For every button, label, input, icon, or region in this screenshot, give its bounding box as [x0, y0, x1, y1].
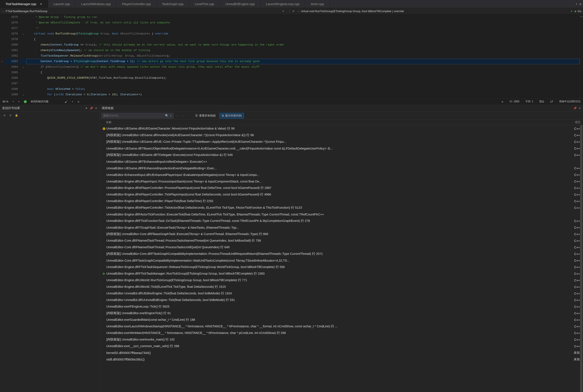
code-line[interactable]	[26, 81, 580, 86]
col-lang[interactable]: 语言	[566, 120, 580, 124]
panel-pin-icon[interactable]: 📌	[574, 107, 576, 110]
stack-frame[interactable]: [内联框架] UnrealEditor.exe!invoke_main() 行 …	[100, 336, 583, 343]
stack-frame[interactable]: [内联框架] UnrealEditor-UEGame.dll!Invoke(vo…	[100, 132, 583, 138]
code-line[interactable]: {	[26, 70, 580, 75]
fold-toggle[interactable]: ⌄	[20, 31, 26, 36]
stack-frame[interactable]: [内联框架] UnrealEditor-Core.dll!FTaskGraphC…	[100, 250, 583, 257]
status-mode[interactable]: 混合	[539, 100, 544, 103]
hscroll-left-icon[interactable]: ◀	[77, 100, 79, 103]
stack-frame[interactable]: UnrealEditor-Engine.dll!APlayerControlle…	[100, 204, 583, 211]
nav-scope[interactable]: FTickTaskManager.RunTickGroup	[6, 10, 48, 13]
stack-frame[interactable]: UnrealEditor-Engine.dll!TGraphTask::Exec…	[100, 224, 583, 231]
stack-frame[interactable]: UnrealEditor-Engine.dll!UWorld::RunTickG…	[100, 277, 583, 284]
callstack-search[interactable]: 🔍 ▼	[101, 113, 174, 118]
collapse-icon[interactable]: ⊟	[8, 113, 13, 118]
tab-launch-cpp[interactable]: Launch.cpp	[48, 0, 76, 8]
stack-frame[interactable]: ntdll.dll!00007ff9b05e26b1()未知	[100, 356, 583, 363]
stack-frame[interactable]: UnrealEditor-Engine.dll!UWorld::Tick(ELe…	[100, 284, 583, 290]
status-refactor-icon[interactable]: ✦	[18, 100, 20, 103]
hscroll-right-icon[interactable]: ▶	[502, 100, 504, 103]
zoom-dd-icon[interactable]: ▼	[12, 100, 14, 103]
status-eol[interactable]: LF	[550, 100, 553, 103]
stack-frame[interactable]: UnrealEditor-UnrealEd.dll!UEditorEngine:…	[100, 290, 583, 297]
status-line[interactable]: 行: 1583	[510, 100, 519, 103]
tab-unrealedengine-cpp[interactable]: UnrealEdEngine.cpp	[220, 0, 260, 8]
search-prev-icon[interactable]: ←	[175, 114, 180, 118]
stack-frame[interactable]: UnrealEditor-Engine.dll!FTickFunctionTas…	[100, 218, 583, 224]
code-line[interactable]: * @param bBlockTillComplete - if true, d…	[26, 20, 580, 26]
stack-frame[interactable]: UnrealEditor-Engine.dll!FTickTaskSequenc…	[100, 264, 583, 270]
status-char[interactable]: 字符: 1	[525, 100, 533, 103]
code-line[interactable]: virtual void RunTickGroup(ETickingGroup …	[26, 31, 580, 36]
lock-icon[interactable]: 🔒	[14, 113, 19, 118]
search-icon[interactable]: 🔍	[165, 114, 168, 117]
stack-frame[interactable]: UnrealEditor-UEGame.dll!TEnhancedInputUn…	[100, 158, 583, 165]
breakpoint-gutter[interactable]: ⇨	[0, 14, 6, 98]
stack-frame[interactable]: kernel32.dll!00007ff9aeaa7344()未知	[100, 350, 583, 356]
panel-close-icon[interactable]: ✕	[95, 107, 97, 110]
nav-scope-dd-icon[interactable]: ▼	[282, 10, 284, 12]
code-line[interactable]: Context.TickGroup = ETickingGroup(Contex…	[26, 59, 580, 64]
stack-frame[interactable]: UnrealEditor-Engine.dll!APlayerControlle…	[100, 198, 583, 204]
stack-frame[interactable]: UnrealEditor.exe!__scrt_common_main_seh(…	[100, 343, 583, 350]
fold-toggle[interactable]: ⌄	[20, 64, 26, 70]
code-editor[interactable]: ⇨ 15751576157715781579158015811582158315…	[0, 14, 583, 98]
status-brush-icon[interactable]: 🖌	[65, 100, 68, 103]
code-line[interactable]: check(bTickNewlySpawned); // we should b…	[26, 48, 580, 53]
close-icon[interactable]: ✕	[40, 2, 42, 6]
code-line[interactable]: QUICK_SCOPE_CYCLE_COUNTER(STAT_TickTask_…	[26, 75, 580, 81]
code-content[interactable]: * @param Group - Ticking group to run * …	[26, 14, 580, 98]
nav-switch-icon[interactable]: ⇄	[292, 10, 296, 13]
stack-frame[interactable]: UnrealEditor-Engine.dll!APlayerControlle…	[100, 191, 583, 198]
tab-overflow-icon[interactable]: ▾	[576, 2, 577, 6]
tab-taskgraph-cpp[interactable]: TaskGraph.cpp	[156, 0, 189, 8]
zoom-level[interactable]: 90 %	[2, 100, 8, 103]
status-encoding[interactable]: 简体中文(GB2312)	[559, 100, 580, 103]
nav-member-dd-icon[interactable]: ▼	[570, 10, 572, 12]
stack-frame[interactable]: UnrealEditor-Core.dll!FNamedTaskThread::…	[100, 237, 583, 244]
callstack-body[interactable]: UnrealEditor-UEGame.dll!AUEGameCharacter…	[100, 125, 583, 392]
stack-frame[interactable]: UnrealEditor-EnhancedInput.dll!UEnhanced…	[100, 172, 583, 178]
stack-frame[interactable]: UnrealEditor-UEGame.dll!FEnhancedInputAc…	[100, 165, 583, 172]
brush-dd-icon[interactable]: ▼	[72, 100, 74, 103]
tab-leveltick-cpp[interactable]: LevelTick.cpp	[189, 0, 220, 8]
clear-icon[interactable]: ⊟	[2, 113, 7, 118]
stack-frame[interactable]: UnrealEditor.exe!WinMain(HINSTANCE__ * h…	[100, 330, 583, 336]
code-line[interactable]: {	[26, 36, 580, 42]
minimap-collapse-icon[interactable]: ▸◂	[580, 14, 583, 18]
stack-frame[interactable]: [内联框架] UnrealEditor-UEGame.dll!UE::Core:…	[100, 138, 583, 145]
stack-frame[interactable]: UnrealEditor.exe!GuardedMain(const wchar…	[100, 316, 583, 323]
nav-go-icon[interactable]: ◈	[574, 10, 576, 13]
stack-frame[interactable]: UnrealEditor.exe!LaunchWindowsStartup(HI…	[100, 323, 583, 330]
stack-frame[interactable]: UnrealEditor-Engine.dll!FTickTaskManager…	[100, 270, 583, 277]
search-dd-icon[interactable]: ▼	[170, 115, 172, 117]
panel-dd-icon[interactable]: ▼	[85, 107, 88, 110]
stack-frame[interactable]: UnrealEditor-UEGame.dll!AUEGameCharacter…	[100, 125, 583, 132]
stack-frame[interactable]: UnrealEditor.exe!FEngineLoop::Tick() 行 5…	[100, 303, 583, 310]
tab-launchwindows-cpp[interactable]: LaunchWindows.cpp	[76, 0, 116, 8]
vscrollbar[interactable]	[580, 125, 583, 392]
code-line[interactable]: TickTaskSequencer.ReleaseTickGroup(World…	[26, 53, 580, 59]
stack-frame[interactable]: UnrealEditor-Engine.dll!FActorTickFuncti…	[100, 211, 583, 218]
code-line[interactable]: if (bBlockTillComplete) // we don't deal…	[26, 64, 580, 70]
col-name[interactable]: 名称	[106, 120, 566, 124]
tab-playercontroller-cpp[interactable]: PlayerController.cpp	[116, 0, 156, 8]
status-issues[interactable]: 未找到相关问题	[31, 100, 48, 103]
fold-toggle[interactable]: ⌄	[20, 92, 26, 98]
code-line[interactable]: check(Context.TickGroup == Group); // th…	[26, 42, 580, 48]
stack-frame[interactable]: [内联框架] UnrealEditor-Core.dll!FBaseGraphT…	[100, 231, 583, 237]
stack-frame[interactable]: UnrealEditor-Core.dll!FNamedTaskThread::…	[100, 244, 583, 250]
tab-launchengineloop-cpp[interactable]: LaunchEngineLoop.cpp	[260, 0, 305, 8]
stack-frame[interactable]: UnrealEditor-UEGame.dll!TBaseUObjectMeth…	[100, 145, 583, 152]
tab-ticktaskmanager-cpp[interactable]: TickTaskManager.cpp✕	[0, 0, 48, 8]
code-line[interactable]: * @param Group - Ticking group to run	[26, 14, 580, 20]
nav-member[interactable]: virtual void RunTickGroup(ETickingGroup …	[301, 10, 404, 13]
code-line[interactable]: */	[26, 26, 580, 31]
panel-pin-icon[interactable]: 📌	[90, 107, 93, 110]
nav-go-label[interactable]: Go	[578, 10, 581, 13]
show-external-code-button[interactable]: ⧉ 显示外部代码	[220, 113, 244, 118]
stack-frame[interactable]: UnrealEditor-Core.dll!FTaskGraphCompatib…	[100, 257, 583, 264]
fold-gutter[interactable]: ⌄⌄⌄	[20, 14, 26, 98]
callstack-search-input[interactable]	[103, 114, 165, 117]
minimap[interactable]: ▸◂	[580, 14, 583, 98]
